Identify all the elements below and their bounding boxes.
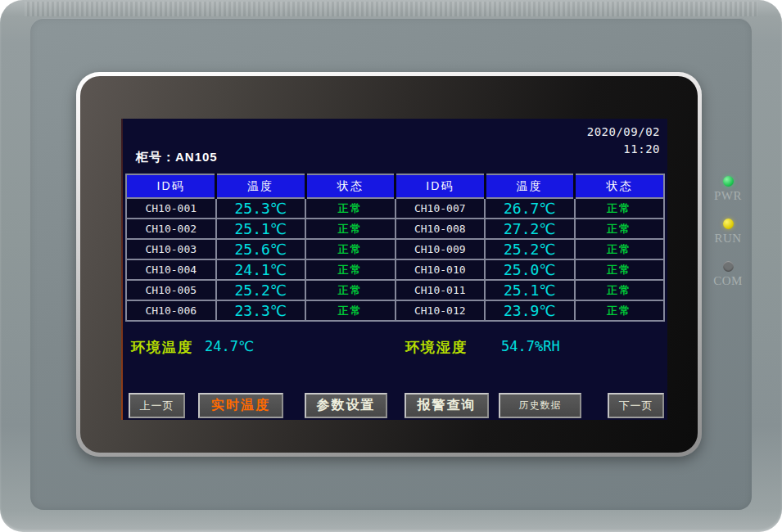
power-indicator-group: PWR (704, 176, 752, 203)
front-faceplate: 2020/09/02 11:20 柜号：AN105 ID码 温度 状态 ID码 … (30, 18, 752, 510)
channel-id: CH10-007 (396, 198, 486, 219)
channel-id: CH10-003 (126, 239, 216, 259)
channel-status: 正常 (305, 300, 396, 321)
next-page-button[interactable]: 下一页 (608, 393, 664, 418)
channel-temp: 25.0℃ (485, 259, 575, 280)
channel-temp: 25.1℃ (216, 219, 306, 239)
screen-bezel: 2020/09/02 11:20 柜号：AN105 ID码 温度 状态 ID码 … (76, 72, 702, 457)
com-led-icon (723, 261, 734, 272)
col-header-temp: 温度 (216, 174, 306, 198)
channel-temp: 23.3℃ (216, 300, 306, 321)
prev-page-button[interactable]: 上一页 (129, 393, 185, 418)
ambient-humidity-label: 环境湿度 (405, 338, 468, 357)
channel-id: CH10-012 (396, 300, 486, 321)
channel-id: CH10-006 (126, 300, 216, 321)
datetime-display: 2020/09/02 11:20 (587, 124, 660, 158)
channel-id: CH10-002 (126, 219, 216, 239)
col-header-status: 状态 (575, 174, 665, 198)
table-row: CH10-005 25.2℃ 正常 CH10-011 25.1℃ 正常 (126, 280, 664, 300)
channel-temperature-table: ID码 温度 状态 ID码 温度 状态 CH10-001 25. (125, 174, 665, 322)
lcd-screen: 2020/09/02 11:20 柜号：AN105 ID码 温度 状态 ID码 … (121, 119, 667, 420)
channel-status: 正常 (575, 219, 665, 239)
channel-id: CH10-001 (126, 198, 216, 219)
col-header-temp: 温度 (485, 174, 575, 198)
channel-status: 正常 (305, 219, 396, 239)
col-header-id: ID码 (396, 174, 486, 198)
run-indicator-group: RUN (704, 219, 752, 246)
channel-temp: 27.2℃ (485, 219, 575, 239)
parameter-settings-button[interactable]: 参数设置 (305, 393, 387, 418)
channel-temp: 25.3℃ (216, 198, 306, 219)
table-row: CH10-002 25.1℃ 正常 CH10-008 27.2℃ 正常 (126, 219, 664, 239)
ambient-temp-label: 环境温度 (131, 338, 193, 357)
history-data-button[interactable]: 历史数据 (499, 393, 581, 418)
channel-status: 正常 (575, 259, 665, 280)
run-led-icon (723, 219, 734, 229)
ambient-humidity-value: 54.7%RH (501, 338, 560, 354)
alarm-query-button[interactable]: 报警查询 (405, 393, 489, 418)
channel-temp: 25.1℃ (485, 280, 575, 300)
table-row: CH10-001 25.3℃ 正常 CH10-007 26.7℃ 正常 (126, 198, 664, 219)
channel-temp: 26.7℃ (485, 198, 575, 219)
com-led-label: COM (704, 274, 752, 288)
cabinet-number-label: 柜号：AN105 (136, 150, 218, 165)
hmi-panel-device: 2020/09/02 11:20 柜号：AN105 ID码 温度 状态 ID码 … (0, 0, 782, 532)
ambient-temp-value: 24.7℃ (205, 338, 254, 354)
channel-id: CH10-011 (396, 280, 486, 300)
power-led-label: PWR (704, 189, 752, 203)
channel-id: CH10-009 (396, 239, 486, 259)
realtime-temp-button[interactable]: 实时温度 (198, 393, 283, 418)
channel-status: 正常 (575, 198, 665, 219)
channel-temp: 25.2℃ (485, 239, 575, 259)
channel-id: CH10-008 (396, 219, 486, 239)
run-led-label: RUN (704, 232, 752, 246)
channel-status: 正常 (305, 280, 396, 300)
channel-status: 正常 (305, 259, 396, 280)
channel-temp: 24.1℃ (216, 259, 306, 280)
screen-bezel-inner: 2020/09/02 11:20 柜号：AN105 ID码 温度 状态 ID码 … (80, 76, 698, 453)
power-led-icon (723, 176, 734, 187)
channel-temp: 25.2℃ (216, 280, 306, 300)
channel-status: 正常 (575, 300, 665, 321)
channel-temp: 23.9℃ (485, 300, 575, 321)
channel-temp: 25.6℃ (216, 239, 306, 259)
table-header-row: ID码 温度 状态 ID码 温度 状态 (126, 174, 664, 198)
table-row: CH10-006 23.3℃ 正常 CH10-012 23.9℃ 正常 (126, 300, 664, 321)
channel-status: 正常 (575, 239, 665, 259)
channel-id: CH10-004 (126, 259, 216, 280)
channel-id: CH10-010 (396, 259, 486, 280)
ambient-readings-row: 环境温度 24.7℃ 环境湿度 54.7%RH (121, 338, 667, 361)
channel-status: 正常 (305, 239, 396, 259)
table-row: CH10-004 24.1℃ 正常 CH10-010 25.0℃ 正常 (126, 259, 664, 280)
table-row: CH10-003 25.6℃ 正常 CH10-009 25.2℃ 正常 (126, 239, 664, 259)
channel-status: 正常 (575, 280, 665, 300)
col-header-id: ID码 (126, 174, 216, 198)
channel-status: 正常 (305, 198, 396, 219)
com-indicator-group: COM (704, 261, 752, 288)
col-header-status: 状态 (305, 174, 396, 198)
channel-id: CH10-005 (126, 280, 216, 300)
time-text: 11:20 (587, 141, 660, 158)
date-text: 2020/09/02 (587, 124, 660, 141)
